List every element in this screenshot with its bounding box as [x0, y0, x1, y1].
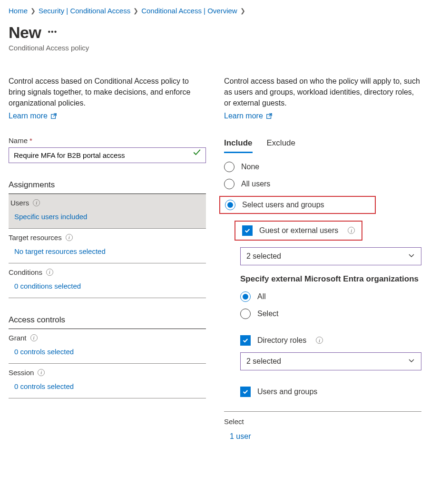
target-resources-link[interactable]: No target resources selected — [9, 242, 206, 263]
tab-exclude[interactable]: Exclude — [267, 138, 295, 153]
policy-name-input[interactable] — [9, 147, 206, 163]
guest-types-dropdown[interactable]: 2 selected — [240, 247, 421, 265]
grant-section[interactable]: Grant i — [9, 329, 206, 343]
include-exclude-tabs: Include Exclude — [224, 138, 421, 153]
conditions-link[interactable]: 0 conditions selected — [9, 277, 206, 298]
divider — [224, 411, 421, 412]
highlight-select-users: Select users and groups — [219, 196, 376, 214]
radio-all-users[interactable]: All users — [224, 179, 421, 189]
info-icon[interactable]: i — [46, 269, 53, 276]
chevron-down-icon — [408, 252, 415, 261]
checkbox-icon-checked — [242, 225, 253, 236]
dropdown-value: 2 selected — [246, 252, 281, 261]
access-controls-heading: Access controls — [9, 315, 206, 329]
breadcrumb-security-ca[interactable]: Security | Conditional Access — [39, 7, 130, 15]
radio-icon — [224, 162, 235, 172]
radio-select-users-groups[interactable]: Select users and groups — [225, 200, 370, 210]
radio-icon — [240, 309, 251, 319]
radio-none[interactable]: None — [224, 162, 421, 172]
dropdown-value: 2 selected — [246, 357, 281, 366]
radio-org-all[interactable]: All — [240, 291, 421, 302]
conditions-section[interactable]: Conditions i — [9, 263, 206, 277]
checkbox-icon-checked — [240, 335, 251, 346]
breadcrumb-separator: ❯ — [133, 7, 138, 14]
breadcrumb-home[interactable]: Home — [9, 7, 28, 15]
page-title: New — [9, 23, 41, 42]
checkbox-guest-external-users[interactable]: Guest or external users i — [242, 225, 355, 236]
info-icon[interactable]: i — [33, 199, 40, 206]
assignments-heading: Assignments — [9, 180, 206, 194]
info-icon[interactable]: i — [30, 334, 38, 341]
session-link[interactable]: 0 controls selected — [9, 378, 206, 398]
valid-check-icon — [193, 148, 201, 159]
right-intro-text: Control access based on who the policy w… — [224, 76, 421, 109]
highlight-guest-external: Guest or external users i — [235, 221, 362, 241]
left-intro-text: Control access based on Conditional Acce… — [9, 76, 206, 109]
users-summary-link[interactable]: Specific users included — [9, 208, 206, 228]
radio-icon-selected — [225, 200, 235, 210]
learn-more-link-left[interactable]: Learn more — [9, 112, 57, 120]
learn-more-label: Learn more — [9, 112, 48, 120]
radio-org-select[interactable]: Select — [240, 309, 421, 319]
directory-roles-dropdown[interactable]: 2 selected — [240, 352, 421, 370]
users-section[interactable]: Users i — [9, 194, 206, 208]
checkbox-directory-roles[interactable]: Directory roles i — [240, 335, 421, 346]
info-icon[interactable]: i — [348, 227, 355, 234]
target-resources-section[interactable]: Target resources i — [9, 229, 206, 242]
select-section-label: Select — [224, 417, 421, 426]
more-actions-icon[interactable]: ••• — [48, 28, 57, 38]
external-link-icon — [266, 113, 273, 119]
radio-icon — [224, 179, 235, 189]
breadcrumb: Home ❯ Security | Conditional Access ❯ C… — [9, 7, 421, 15]
learn-more-link-right[interactable]: Learn more — [224, 112, 273, 120]
breadcrumb-ca-overview[interactable]: Conditional Access | Overview — [141, 7, 237, 15]
breadcrumb-separator: ❯ — [240, 7, 245, 14]
info-icon[interactable]: i — [38, 369, 45, 376]
radio-icon-selected — [240, 291, 251, 302]
chevron-down-icon — [408, 357, 415, 366]
checkbox-icon-checked — [240, 387, 251, 397]
learn-more-label: Learn more — [224, 112, 263, 120]
specify-orgs-heading: Specify external Microsoft Entra organiz… — [240, 274, 421, 285]
page-subtitle: Conditional Access policy — [9, 44, 421, 52]
external-link-icon — [50, 113, 57, 119]
tab-include[interactable]: Include — [224, 138, 253, 153]
required-asterisk: * — [29, 136, 32, 145]
grant-link[interactable]: 0 controls selected — [9, 343, 206, 363]
breadcrumb-separator: ❯ — [30, 7, 36, 14]
info-icon[interactable]: i — [66, 234, 73, 241]
name-field-label: Name* — [9, 136, 206, 145]
selected-users-link[interactable]: 1 user — [224, 426, 421, 443]
session-section[interactable]: Session i — [9, 364, 206, 378]
checkbox-users-and-groups[interactable]: Users and groups — [240, 387, 421, 397]
info-icon[interactable]: i — [316, 337, 323, 344]
